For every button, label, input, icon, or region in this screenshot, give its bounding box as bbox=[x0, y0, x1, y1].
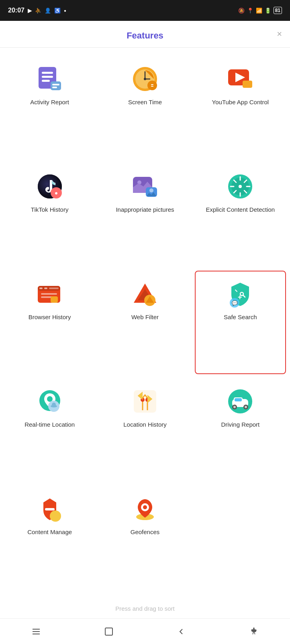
svg-rect-40 bbox=[44, 288, 47, 289]
svg-rect-1 bbox=[42, 72, 53, 74]
explicit-content-detection-icon bbox=[226, 172, 255, 201]
youtube-app-control-icon bbox=[226, 65, 255, 93]
features-grid: Activity Report Screen Time YouTube App … bbox=[0, 48, 290, 597]
svg-point-76 bbox=[50, 510, 61, 522]
driving-report-icon bbox=[226, 387, 255, 416]
content-manage-label: Content Manage bbox=[27, 528, 72, 536]
status-icon-person: 👤 bbox=[45, 8, 51, 14]
driving-report-label: Driving Report bbox=[221, 421, 259, 429]
mute-icon: 🔕 bbox=[238, 8, 245, 14]
feature-item-youtube-app-control[interactable]: YouTube App Control bbox=[195, 56, 286, 159]
location-history-label: Location History bbox=[123, 421, 167, 429]
status-icon-dot: ● bbox=[64, 8, 66, 13]
svg-point-12 bbox=[147, 81, 157, 90]
svg-text:💬: 💬 bbox=[232, 300, 238, 306]
svg-rect-60 bbox=[134, 390, 156, 413]
safe-search-label: Safe Search bbox=[224, 313, 257, 321]
svg-point-28 bbox=[239, 185, 242, 188]
realtime-location-icon bbox=[35, 387, 64, 416]
safe-search-icon: + 💬 bbox=[226, 279, 255, 308]
bottom-navigation bbox=[0, 618, 290, 644]
feature-item-realtime-location[interactable]: Real-time Location bbox=[4, 378, 95, 482]
youtube-app-control-label: YouTube App Control bbox=[212, 98, 269, 106]
inappropriate-pictures-icon bbox=[131, 172, 159, 201]
feature-item-browser-history[interactable]: Browser History bbox=[4, 271, 95, 374]
features-header: Features × bbox=[0, 21, 290, 48]
feature-item-safe-search[interactable]: + 💬 Safe Search bbox=[195, 271, 286, 374]
svg-rect-14 bbox=[151, 86, 153, 87]
svg-text:●: ● bbox=[54, 190, 57, 196]
nav-square-button[interactable] bbox=[99, 622, 118, 641]
status-icon-hiking: ⛹ bbox=[35, 8, 41, 14]
nav-back-button[interactable] bbox=[172, 622, 191, 641]
svg-point-84 bbox=[253, 628, 255, 629]
main-content: Features × Activity Report bbox=[0, 21, 290, 618]
feature-item-geofences[interactable]: Geofences bbox=[99, 486, 190, 589]
close-button[interactable]: × bbox=[277, 30, 282, 38]
svg-rect-42 bbox=[41, 293, 57, 295]
svg-rect-5 bbox=[52, 84, 59, 85]
content-manage-icon bbox=[35, 494, 64, 523]
feature-item-web-filter[interactable]: Web Filter bbox=[99, 271, 190, 374]
feature-item-explicit-content-detection[interactable]: Explicit Content Detection bbox=[195, 163, 286, 267]
svg-rect-6 bbox=[52, 87, 57, 88]
status-time: 20:07 bbox=[8, 7, 25, 14]
geofences-label: Geofences bbox=[131, 528, 160, 536]
svg-point-57 bbox=[47, 396, 53, 402]
realtime-location-label: Real-time Location bbox=[25, 421, 75, 429]
feature-item-content-manage[interactable]: Content Manage bbox=[4, 486, 95, 589]
svg-rect-17 bbox=[243, 81, 252, 88]
geofences-icon bbox=[131, 494, 159, 523]
browser-history-icon bbox=[35, 279, 64, 308]
svg-rect-13 bbox=[151, 84, 153, 85]
feature-item-driving-report[interactable]: Driving Report bbox=[195, 378, 286, 482]
activity-report-label: Activity Report bbox=[30, 98, 69, 106]
svg-rect-3 bbox=[42, 80, 50, 82]
feature-item-tiktok-history[interactable]: ● TikTok History bbox=[4, 163, 95, 267]
location-history-icon bbox=[131, 387, 159, 416]
svg-point-59 bbox=[52, 403, 56, 407]
svg-rect-2 bbox=[42, 76, 53, 78]
svg-rect-39 bbox=[39, 288, 43, 289]
battery-label: 81 bbox=[274, 7, 282, 14]
wifi-icon: 📶 bbox=[256, 8, 262, 14]
svg-rect-74 bbox=[235, 398, 242, 401]
svg-rect-41 bbox=[49, 288, 59, 289]
inappropriate-pictures-label: Inappropriate pictures bbox=[116, 206, 174, 214]
bottom-hint: Press and drag to sort bbox=[0, 597, 290, 618]
web-filter-label: Web Filter bbox=[131, 313, 159, 321]
svg-point-79 bbox=[143, 505, 147, 509]
screen-time-label: Screen Time bbox=[128, 98, 162, 106]
tiktok-history-icon: ● bbox=[35, 172, 64, 201]
web-filter-icon bbox=[131, 279, 159, 308]
status-left: 20:07 ▶ ⛹ 👤 ♿ ● bbox=[8, 7, 66, 14]
status-bar: 20:07 ▶ ⛹ 👤 ♿ ● 🔕 📍 📶 🔋 81 bbox=[0, 0, 290, 21]
tiktok-history-label: TikTok History bbox=[31, 206, 69, 214]
browser-history-label: Browser History bbox=[29, 313, 71, 321]
feature-item-inappropriate-pictures[interactable]: Inappropriate pictures bbox=[99, 163, 190, 267]
feature-item-location-history[interactable]: Location History bbox=[99, 378, 190, 482]
location-icon: 📍 bbox=[247, 8, 253, 14]
explicit-content-detection-label: Explicit Content Detection bbox=[206, 206, 275, 214]
battery-saver-icon: 🔋 bbox=[265, 8, 271, 14]
activity-report-icon bbox=[35, 65, 64, 93]
status-icon-youtube: ▶ bbox=[28, 8, 32, 14]
svg-point-25 bbox=[149, 188, 153, 192]
feature-item-screen-time[interactable]: Screen Time bbox=[99, 56, 190, 159]
svg-rect-75 bbox=[45, 508, 55, 510]
svg-rect-44 bbox=[51, 296, 58, 303]
screen-time-icon bbox=[131, 65, 159, 93]
feature-item-activity-report[interactable]: Activity Report bbox=[4, 56, 95, 159]
page-title: Features bbox=[127, 30, 163, 41]
svg-point-72 bbox=[245, 406, 247, 408]
nav-menu-button[interactable] bbox=[27, 622, 46, 641]
status-right: 🔕 📍 📶 🔋 81 bbox=[238, 7, 282, 14]
svg-rect-4 bbox=[51, 81, 61, 90]
svg-point-70 bbox=[233, 406, 236, 408]
status-icon-accessibility: ♿ bbox=[54, 8, 61, 14]
svg-rect-83 bbox=[105, 628, 112, 635]
nav-accessibility-button[interactable] bbox=[244, 622, 263, 641]
